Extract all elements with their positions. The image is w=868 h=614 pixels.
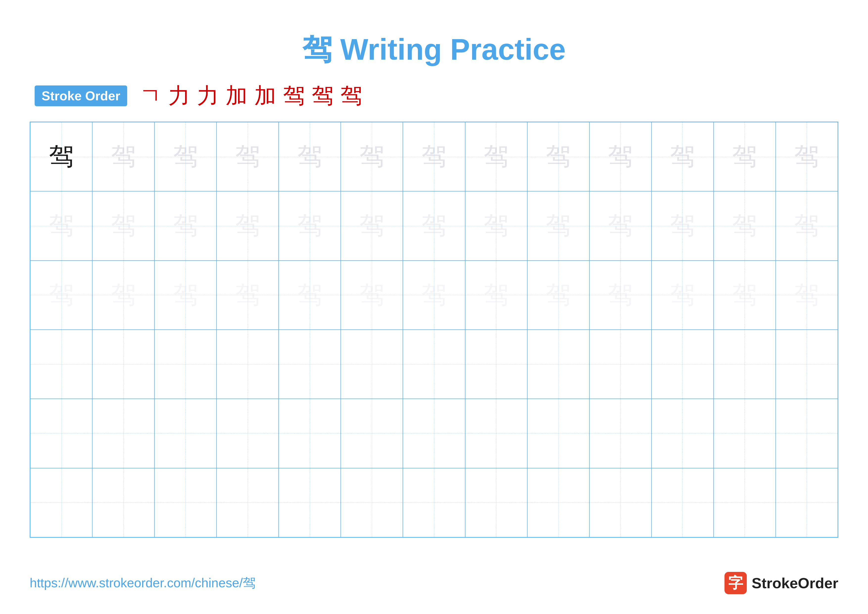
grid-cell[interactable] (651, 399, 714, 468)
grid-cell[interactable] (589, 468, 651, 537)
grid-cell[interactable] (589, 399, 651, 468)
grid-cell[interactable] (527, 468, 589, 537)
practice-char: 驾 (670, 278, 695, 312)
grid-cell[interactable]: 驾 (279, 191, 341, 260)
grid-cell[interactable] (403, 468, 465, 537)
grid-cell[interactable] (341, 330, 403, 399)
practice-char: 驾 (546, 140, 570, 173)
grid-cell[interactable]: 驾 (776, 261, 838, 330)
grid-cell[interactable]: 驾 (341, 191, 403, 260)
grid-cell[interactable] (714, 399, 776, 468)
practice-char: 驾 (111, 209, 136, 242)
grid-cell[interactable]: 驾 (92, 261, 154, 330)
footer-logo: 字 StrokeOrder (724, 572, 838, 594)
grid-cell[interactable]: 驾 (30, 122, 92, 191)
grid-cell[interactable] (776, 399, 838, 468)
grid-cell[interactable]: 驾 (527, 261, 589, 330)
grid-cell[interactable]: 驾 (92, 122, 154, 191)
footer-url: https://www.strokeorder.com/chinese/驾 (30, 574, 256, 592)
grid-cell[interactable] (465, 468, 527, 537)
grid-cell[interactable]: 驾 (154, 261, 217, 330)
grid-cell[interactable]: 驾 (589, 261, 651, 330)
grid-cell[interactable]: 驾 (341, 261, 403, 330)
grid-cell[interactable]: 驾 (279, 122, 341, 191)
grid-cell[interactable]: 驾 (154, 191, 217, 260)
grid-cell[interactable]: 驾 (403, 191, 465, 260)
grid-cell[interactable] (651, 330, 714, 399)
practice-char: 驾 (235, 278, 260, 312)
grid-cell[interactable] (30, 468, 92, 537)
grid-cell[interactable] (154, 330, 217, 399)
grid-cell[interactable] (154, 399, 217, 468)
practice-char: 驾 (298, 209, 322, 242)
grid-cell[interactable] (154, 468, 217, 537)
grid-cell[interactable]: 驾 (403, 122, 465, 191)
grid-cell[interactable]: 驾 (403, 261, 465, 330)
stroke-chars: ㄱ力力加加驾驾驾 (140, 85, 362, 107)
stroke-char-1: 力 (168, 85, 190, 107)
grid-cell[interactable]: 驾 (341, 122, 403, 191)
practice-char: 驾 (173, 209, 198, 242)
grid-cell[interactable]: 驾 (776, 191, 838, 260)
grid-cell[interactable]: 驾 (217, 261, 279, 330)
grid-cell[interactable]: 驾 (30, 191, 92, 260)
grid-cell[interactable]: 驾 (217, 122, 279, 191)
practice-char: 驾 (298, 140, 322, 173)
grid-cell[interactable] (776, 468, 838, 537)
practice-char: 驾 (298, 278, 322, 312)
grid-cell[interactable]: 驾 (651, 122, 714, 191)
grid-cell[interactable] (30, 399, 92, 468)
practice-char: 驾 (49, 209, 74, 242)
practice-char: 驾 (422, 140, 446, 173)
grid-cell[interactable] (92, 330, 154, 399)
grid-cell[interactable] (714, 330, 776, 399)
grid-cell[interactable]: 驾 (589, 191, 651, 260)
grid-cell[interactable] (341, 399, 403, 468)
grid-cell[interactable]: 驾 (30, 261, 92, 330)
grid-cell[interactable]: 驾 (527, 122, 589, 191)
grid-cell[interactable] (527, 330, 589, 399)
logo-text: StrokeOrder (752, 575, 838, 592)
grid-cell[interactable]: 驾 (279, 261, 341, 330)
stroke-order-row: Stroke Order ㄱ力力加加驾驾驾 (35, 85, 843, 107)
stroke-char-0: ㄱ (140, 85, 161, 107)
grid-cell[interactable]: 驾 (651, 191, 714, 260)
grid-cell[interactable]: 驾 (714, 122, 776, 191)
practice-char: 驾 (484, 140, 508, 173)
grid-cell[interactable] (217, 330, 279, 399)
grid-cell[interactable]: 驾 (527, 191, 589, 260)
grid-cell[interactable]: 驾 (776, 122, 838, 191)
grid-cell[interactable] (403, 330, 465, 399)
grid-cell[interactable] (341, 468, 403, 537)
grid-cell[interactable] (589, 330, 651, 399)
writing-grid[interactable]: 驾驾驾驾驾驾驾驾驾驾驾驾驾驾驾驾驾驾驾驾驾驾驾驾驾驾驾驾驾驾驾驾驾驾驾驾驾驾驾 (30, 121, 838, 538)
grid-cell[interactable]: 驾 (154, 122, 217, 191)
grid-cell[interactable]: 驾 (465, 122, 527, 191)
grid-cell[interactable] (217, 468, 279, 537)
grid-cell[interactable] (92, 399, 154, 468)
grid-cell[interactable] (217, 399, 279, 468)
practice-char: 驾 (732, 278, 757, 312)
grid-cell[interactable]: 驾 (92, 191, 154, 260)
grid-cell[interactable] (651, 468, 714, 537)
grid-cell[interactable] (92, 468, 154, 537)
grid-cell[interactable] (403, 399, 465, 468)
grid-cell[interactable]: 驾 (217, 191, 279, 260)
grid-cell[interactable] (527, 399, 589, 468)
stroke-char-6: 驾 (312, 85, 333, 107)
grid-cell[interactable] (30, 330, 92, 399)
grid-cell[interactable]: 驾 (465, 191, 527, 260)
grid-cell[interactable]: 驾 (651, 261, 714, 330)
grid-cell[interactable] (279, 399, 341, 468)
grid-cell[interactable] (279, 330, 341, 399)
grid-cell[interactable] (465, 399, 527, 468)
grid-cell[interactable]: 驾 (714, 261, 776, 330)
grid-cell[interactable]: 驾 (714, 191, 776, 260)
practice-char: 驾 (670, 209, 695, 242)
grid-cell[interactable]: 驾 (589, 122, 651, 191)
grid-cell[interactable] (776, 330, 838, 399)
grid-cell[interactable] (279, 468, 341, 537)
grid-cell[interactable]: 驾 (465, 261, 527, 330)
grid-cell[interactable] (714, 468, 776, 537)
grid-cell[interactable] (465, 330, 527, 399)
